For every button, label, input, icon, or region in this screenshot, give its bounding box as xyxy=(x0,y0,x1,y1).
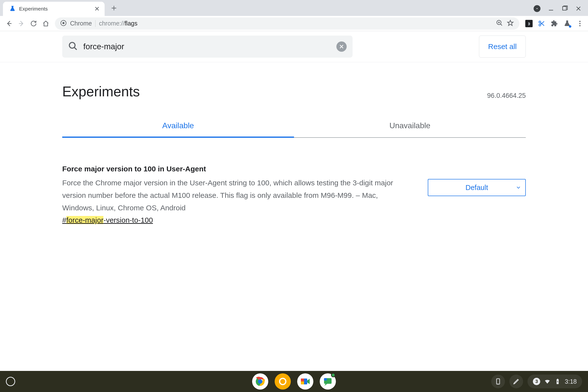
tab-strip: Experiments ✕ xyxy=(0,0,588,16)
notification-count: 3 xyxy=(533,378,540,385)
page-content: Reset all Experiments 96.0.4664.25 Avail… xyxy=(0,31,588,224)
chrome-icon xyxy=(60,20,67,27)
battery-icon xyxy=(555,378,561,385)
svg-point-7 xyxy=(580,20,581,22)
close-icon[interactable]: ✕ xyxy=(94,6,100,12)
extensions-icon[interactable] xyxy=(551,20,558,27)
labs-icon[interactable] xyxy=(564,20,571,27)
menu-icon[interactable] xyxy=(576,20,584,27)
app-chat[interactable] xyxy=(320,373,336,390)
anchor-highlight: force-major xyxy=(66,216,104,224)
minimize-icon[interactable] xyxy=(548,6,554,12)
address-bar[interactable]: Chrome chrome://flags xyxy=(55,18,519,30)
app-files[interactable] xyxy=(275,373,291,390)
account-icon[interactable] xyxy=(534,5,541,12)
status-area[interactable]: 3 3:18 xyxy=(528,374,582,388)
version-label: 96.0.4664.25 xyxy=(487,92,526,100)
tray-stylus[interactable] xyxy=(509,374,523,388)
zoom-icon[interactable] xyxy=(496,19,503,28)
browser-tab[interactable]: Experiments ✕ xyxy=(3,2,105,16)
svg-point-9 xyxy=(580,25,581,26)
tab-title: Experiments xyxy=(19,6,91,12)
search-icon xyxy=(68,41,78,52)
maximize-icon[interactable] xyxy=(562,6,568,12)
tab-available[interactable]: Available xyxy=(62,121,294,138)
svg-rect-0 xyxy=(11,6,14,6)
flags-search-input[interactable] xyxy=(83,42,331,51)
tray-phone-hub[interactable] xyxy=(491,374,505,388)
launcher-button[interactable] xyxy=(6,377,15,386)
page-title: Experiments xyxy=(62,83,140,100)
flags-tabs: Available Unavailable xyxy=(62,121,526,138)
svg-rect-1 xyxy=(563,6,566,10)
home-button[interactable] xyxy=(41,19,50,28)
omnibox-path-prefix: chrome:// xyxy=(99,20,124,27)
app-meet[interactable] xyxy=(297,373,313,390)
back-button[interactable] xyxy=(4,19,14,28)
flags-search-box xyxy=(62,36,352,58)
svg-point-14 xyxy=(280,378,286,384)
chevron-down-icon xyxy=(516,184,521,190)
tab-unavailable[interactable]: Unavailable xyxy=(294,121,526,138)
shelf-apps xyxy=(252,373,336,390)
omnibox-origin: Chrome xyxy=(70,20,92,27)
flag-entry: Force major version to 100 in User-Agent… xyxy=(62,165,526,224)
reset-all-button[interactable]: Reset all xyxy=(479,36,526,58)
svg-point-10 xyxy=(69,42,75,48)
clear-search-button[interactable] xyxy=(336,42,347,52)
flag-state-select[interactable]: Default xyxy=(428,179,526,196)
window-close-icon[interactable] xyxy=(575,6,582,12)
notification-dot-icon xyxy=(331,373,335,377)
forward-button[interactable] xyxy=(17,19,26,28)
wifi-icon xyxy=(544,378,551,385)
flag-description: Force the Chrome major version in the Us… xyxy=(62,176,410,214)
flag-select-value: Default xyxy=(466,184,488,192)
svg-rect-22 xyxy=(557,379,558,380)
svg-point-3 xyxy=(62,22,65,24)
new-tab-button[interactable] xyxy=(110,5,117,12)
svg-point-8 xyxy=(580,23,581,24)
chromeos-shelf: 3 3:18 xyxy=(0,371,588,392)
anchor-rest: -version-to-100 xyxy=(103,216,153,224)
flask-icon xyxy=(9,6,16,12)
toolbar-actions: ◗ xyxy=(524,20,584,27)
flag-title: Force major version to 100 in User-Agent xyxy=(62,165,413,173)
separator xyxy=(95,20,96,27)
window-controls xyxy=(534,5,588,16)
scissors-icon[interactable] xyxy=(538,20,545,27)
star-icon[interactable] xyxy=(507,19,514,28)
app-chrome[interactable] xyxy=(252,373,268,390)
clock: 3:18 xyxy=(565,378,577,385)
extension-square-icon[interactable]: ◗ xyxy=(525,20,533,27)
svg-rect-19 xyxy=(324,378,327,381)
omnibox-path: flags xyxy=(124,20,137,27)
reload-button[interactable] xyxy=(29,19,38,28)
browser-toolbar: Chrome chrome://flags ◗ xyxy=(0,16,588,31)
flag-anchor-link[interactable]: #force-major-version-to-100 xyxy=(62,216,153,224)
svg-rect-16 xyxy=(301,378,304,382)
svg-rect-17 xyxy=(301,382,304,384)
anchor-hash: # xyxy=(62,216,66,224)
